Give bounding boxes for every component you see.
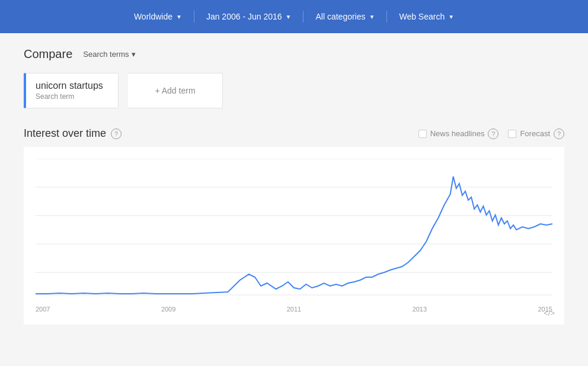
term-card-title: unicorn startups [36,81,108,91]
worldwide-label: Worldwide [134,12,172,21]
date-range-filter[interactable]: Jan 2006 - Jun 2016 ▼ [199,7,299,26]
header-divider-2 [303,11,303,23]
terms-row: unicorn startups Search term + Add term [24,73,564,108]
forecast-checkbox[interactable] [508,130,516,138]
section-controls: News headlines ? Forecast ? [418,129,564,139]
embed-icon[interactable]: </> [544,309,555,317]
date-chevron-icon: ▼ [286,14,292,20]
section-title-row: Interest over time ? [24,127,122,140]
forecast-control[interactable]: Forecast ? [508,129,564,139]
search-type-filter[interactable]: Web Search ▼ [392,7,461,26]
search-type-chevron-icon: ▼ [448,14,454,20]
search-terms-dropdown[interactable]: Search terms ▾ [81,49,138,60]
section-header: Interest over time ? News headlines ? Fo… [24,127,564,140]
compare-row: Compare Search terms ▾ [24,47,564,61]
news-headlines-label: News headlines [430,129,485,138]
trend-chart [36,159,552,301]
forecast-help-icon[interactable]: ? [554,129,564,139]
search-type-label: Web Search [399,12,445,21]
main-content: Compare Search terms ▾ unicorn startups … [0,33,588,339]
news-headlines-control[interactable]: News headlines ? [418,129,499,139]
add-term-label: + Add term [155,86,195,95]
categories-label: All categories [315,12,365,21]
term-card-subtitle: Search term [36,92,108,101]
x-axis-labels: 2007 2009 2011 2013 2015 [36,303,552,313]
date-range-label: Jan 2006 - Jun 2016 [206,12,282,21]
section-help-icon[interactable]: ? [111,129,122,139]
news-help-icon[interactable]: ? [488,129,498,139]
header-divider-1 [194,11,194,23]
x-label-2009: 2009 [161,306,175,313]
search-terms-chevron-icon: ▾ [132,50,136,59]
categories-chevron-icon: ▼ [369,14,375,20]
x-label-2013: 2013 [413,306,427,313]
worldwide-chevron-icon: ▼ [176,14,182,20]
header-divider-3 [386,11,387,23]
search-terms-label: Search terms [83,50,129,59]
add-term-card[interactable]: + Add term [128,73,223,108]
top-nav: Worldwide ▼ Jan 2006 - Jun 2016 ▼ All ca… [0,0,588,33]
categories-filter[interactable]: All categories ▼ [308,7,382,26]
term-card-unicorn[interactable]: unicorn startups Search term [24,73,119,108]
forecast-label: Forecast [520,129,550,138]
section-title: Interest over time [24,127,106,140]
x-label-2007: 2007 [36,306,50,313]
x-label-2011: 2011 [287,306,301,313]
news-headlines-checkbox[interactable] [418,130,427,138]
chart-container: 2007 2009 2011 2013 2015 </> [24,147,564,325]
worldwide-filter[interactable]: Worldwide ▼ [127,7,189,26]
compare-label: Compare [24,47,72,61]
